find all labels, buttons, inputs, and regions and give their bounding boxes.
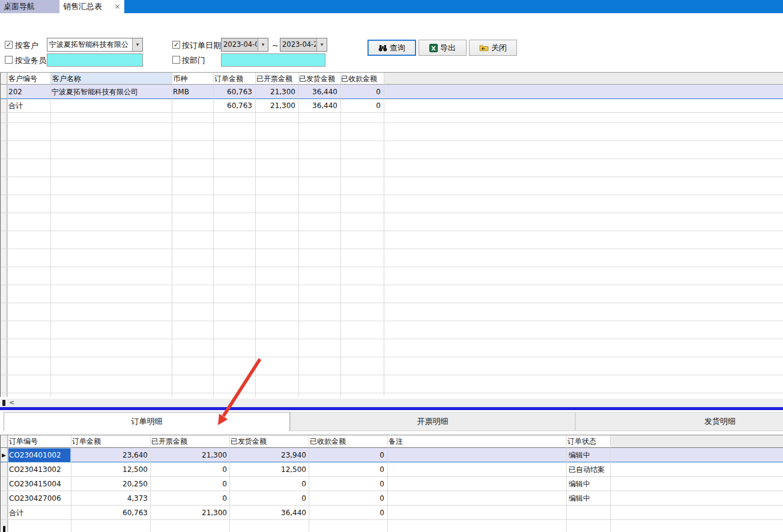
current-row-pointer-icon: ▶ [2, 448, 6, 462]
tab-invoice-detail[interactable]: 开票明细 [290, 412, 575, 431]
total-shipped-amount: 36,440 [231, 506, 306, 520]
col-header-shipped-amount[interactable]: 已发货金额 [231, 435, 306, 448]
cell-customer-no: 202 [8, 85, 50, 99]
scroll-left-icon[interactable]: < [9, 399, 14, 407]
col-header-customer-name[interactable]: 客户名称 [52, 73, 166, 85]
cell-order-no-selected[interactable]: CO230401002 [8, 448, 71, 462]
scrollbar-thumb[interactable] [2, 400, 5, 406]
col-header-shipped-amount[interactable]: 已发货金额 [299, 73, 339, 85]
empty-grid-rows [0, 113, 783, 395]
column-line [7, 73, 8, 397]
header-underline [0, 447, 783, 448]
cell-shipped-amount: 0 [231, 477, 306, 491]
by-customer-label: 按客户 [15, 41, 38, 50]
cell-order-status: 编辑中 [569, 491, 615, 506]
col-header-received-amount[interactable]: 已收款金额 [341, 73, 382, 85]
column-line [172, 73, 172, 397]
by-salesman-label: 按业务员 [15, 56, 46, 65]
tab-desktop-navigation-label: 桌面导航 [4, 2, 35, 11]
grid-edge-mark [3, 526, 5, 532]
col-header-invoiced-amount[interactable]: 已开票金额 [151, 435, 227, 448]
row-separator [0, 491, 783, 491]
cell-customer-name: 宁波夏拓智能科技有限公司 [52, 85, 171, 99]
chevron-down-icon[interactable]: ▾ [132, 38, 142, 51]
col-header-order-amount[interactable]: 订单金额 [214, 73, 254, 85]
cell-order-status: 编辑中 [569, 477, 615, 491]
tab-sales-summary-label: 销售汇总表 [63, 0, 102, 13]
column-line [71, 435, 71, 532]
total-order-amount: 60,763 [72, 506, 148, 520]
row-separator [0, 519, 783, 520]
detail-row[interactable]: CO230413002 12,500 0 12,500 0 已自动结案 [8, 462, 783, 477]
column-line [50, 73, 51, 397]
cell-order-amount: 4,373 [72, 491, 148, 506]
check-icon: ✓ [6, 41, 11, 49]
header-filler [610, 435, 783, 448]
date-to-picker[interactable]: 2023-04-29 ▾ [280, 38, 327, 52]
close-button[interactable]: 关闭 [469, 40, 517, 56]
total-shipped-amount: 36,440 [299, 99, 337, 112]
customer-combobox[interactable]: 宁波夏拓智能科技有限公 ▾ [47, 38, 143, 52]
summary-row[interactable]: 202 宁波夏拓智能科技有限公司 RMB 60,763 21,300 36,44… [8, 85, 783, 99]
chevron-down-icon[interactable]: ▾ [258, 38, 268, 51]
close-tab-icon[interactable]: × [110, 0, 121, 13]
column-line [566, 435, 567, 532]
grid-left-border [0, 73, 1, 397]
col-header-currency[interactable]: 币种 [173, 73, 211, 85]
svg-text:X: X [431, 44, 436, 51]
query-button-label: 查询 [390, 43, 405, 53]
tab-order-detail-label: 订单明细 [132, 417, 163, 426]
col-header-order-status[interactable]: 订单状态 [567, 435, 609, 448]
detail-total-row: 合计 60,763 21,300 36,440 0 [8, 506, 783, 520]
row-separator [0, 505, 783, 506]
tab-desktop-navigation[interactable]: 桌面导航 [0, 0, 59, 13]
by-customer-checkbox[interactable]: ✓ [5, 41, 13, 49]
detail-row[interactable]: CO230401002 23,640 21,300 23,940 0 编辑中 [8, 448, 783, 462]
export-button[interactable]: X 导出 [419, 40, 467, 56]
col-header-received-amount[interactable]: 已收款金额 [310, 435, 385, 448]
query-button[interactable]: 查询 [367, 40, 416, 56]
department-input[interactable] [221, 53, 325, 67]
horizontal-scrollbar[interactable]: < [0, 399, 783, 407]
row-separator [0, 112, 783, 113]
by-order-date-checkbox[interactable]: ✓ [172, 41, 180, 49]
salesman-input[interactable] [47, 53, 143, 67]
cell-invoiced-amount: 0 [151, 462, 227, 477]
customer-combobox-value: 宁波夏拓智能科技有限公 [49, 38, 132, 51]
cell-order-status: 编辑中 [569, 448, 615, 462]
detail-row[interactable]: CO230427006 4,373 0 0 0 编辑中 [8, 491, 783, 506]
tab-shipment-detail-label: 发货明细 [704, 417, 736, 426]
col-header-order-amount[interactable]: 订单金额 [72, 435, 148, 448]
cell-invoiced-amount: 21,300 [256, 85, 295, 99]
pane-divider[interactable] [0, 407, 783, 410]
binoculars-icon [378, 44, 387, 52]
cell-order-no: CO230415004 [9, 477, 71, 491]
cell-order-amount: 23,640 [72, 448, 148, 462]
cell-shipped-amount: 12,500 [231, 462, 306, 477]
col-header-order-no[interactable]: 订单编号 [9, 435, 69, 448]
column-line [610, 435, 611, 532]
cell-order-no: CO230427006 [9, 491, 71, 506]
cell-order-amount: 60,763 [214, 85, 252, 99]
column-line [298, 73, 299, 397]
total-label: 合计 [8, 99, 50, 112]
chevron-down-icon[interactable]: ▾ [316, 38, 327, 51]
col-header-remark[interactable]: 备注 [388, 435, 563, 448]
col-header-customer-no[interactable]: 客户编号 [8, 73, 50, 85]
date-to-value: 2023-04-29 [282, 38, 316, 51]
grid-left-border [0, 435, 1, 532]
header-underline [0, 84, 783, 85]
by-salesman-checkbox[interactable] [5, 56, 13, 64]
column-line [150, 435, 151, 532]
by-department-checkbox[interactable] [172, 56, 180, 64]
date-from-value: 2023-04-01 [223, 38, 257, 51]
cell-received-amount: 0 [310, 462, 384, 477]
tab-sales-summary[interactable]: 销售汇总表 × [59, 0, 124, 13]
column-line [229, 435, 230, 532]
tab-shipment-detail[interactable]: 发货明细 [575, 412, 783, 431]
cell-invoiced-amount: 21,300 [151, 448, 227, 462]
date-from-picker[interactable]: 2023-04-01 ▾ [221, 38, 268, 52]
col-header-invoiced-amount[interactable]: 已开票金额 [256, 73, 297, 85]
excel-icon: X [429, 44, 438, 52]
detail-row[interactable]: CO230415004 20,250 0 0 0 编辑中 [8, 477, 783, 491]
